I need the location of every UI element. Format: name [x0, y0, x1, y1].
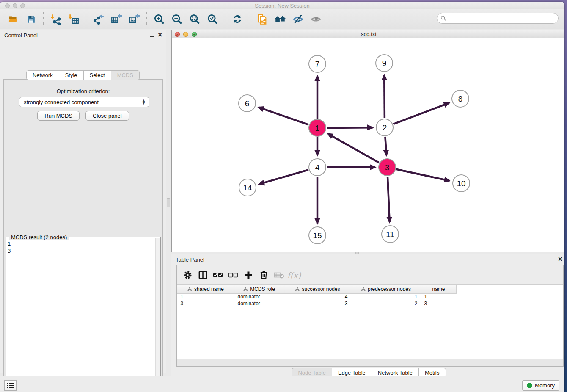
- graph-node-8[interactable]: 8: [452, 90, 469, 107]
- graph-node-1[interactable]: 1: [309, 119, 326, 136]
- tab-style[interactable]: Style: [59, 70, 84, 80]
- table-cell[interactable]: dominator: [234, 293, 284, 300]
- network-canvas[interactable]: 1234678910111415: [172, 39, 564, 252]
- graph-edge-3-10[interactable]: [396, 169, 450, 181]
- import-table-icon[interactable]: [66, 12, 81, 26]
- select-all-icon[interactable]: [212, 269, 224, 282]
- graph-node-6[interactable]: 6: [239, 95, 256, 112]
- table-cell[interactable]: 3: [421, 300, 457, 307]
- graph-edge-1-2[interactable]: [327, 127, 373, 128]
- run-mcds-button[interactable]: Run MCDS: [37, 111, 80, 121]
- close-panel-icon[interactable]: ✕: [157, 33, 162, 37]
- sort-tree-icon: [295, 287, 300, 292]
- table-row[interactable]: 3dominator323: [177, 300, 457, 307]
- tab-mcds[interactable]: MCDS: [111, 70, 140, 80]
- network-view-window: × – + scc.txt 1234678910111415: [171, 30, 564, 252]
- graph-edge-4-14[interactable]: [259, 170, 308, 184]
- close-table-panel-icon[interactable]: ✕: [558, 257, 563, 261]
- graph-node-3[interactable]: 3: [379, 159, 396, 176]
- home-icon[interactable]: [273, 12, 287, 26]
- table-row[interactable]: 1dominator411: [177, 293, 457, 300]
- table-settings-gear-icon[interactable]: [181, 269, 194, 282]
- close-panel-button[interactable]: Close panel: [85, 111, 129, 121]
- table-cell[interactable]: dominator: [234, 300, 284, 307]
- svg-text:9: 9: [382, 59, 387, 68]
- zoom-fit-icon[interactable]: [187, 12, 202, 26]
- splitter-handle[interactable]: [167, 198, 170, 207]
- refresh-icon[interactable]: [230, 12, 245, 26]
- open-session-icon[interactable]: [6, 12, 20, 26]
- graph-edge-2-8[interactable]: [394, 103, 449, 124]
- clone-network-icon[interactable]: [255, 12, 270, 26]
- zoom-in-icon[interactable]: [152, 12, 166, 26]
- graph-edge-3-11[interactable]: [388, 177, 390, 222]
- import-network-icon[interactable]: [49, 12, 63, 26]
- memory-status-icon: [527, 383, 532, 388]
- table-cell[interactable]: 1: [177, 293, 234, 300]
- graph-node-14[interactable]: 14: [239, 179, 256, 196]
- svg-text:15: 15: [313, 231, 322, 240]
- graph-node-2[interactable]: 2: [376, 119, 393, 136]
- export-network-icon[interactable]: [91, 12, 106, 26]
- graph-node-7[interactable]: 7: [309, 55, 326, 72]
- column-header-name[interactable]: name: [421, 285, 457, 293]
- optimization-criterion-label: Optimization criterion:: [4, 88, 162, 94]
- column-header-successor-nodes[interactable]: successor nodes: [284, 285, 351, 293]
- graph-node-9[interactable]: 9: [376, 55, 393, 72]
- node-table: shared nameMCDS rolesuccessor nodesprede…: [177, 285, 563, 307]
- tab-network[interactable]: Network: [26, 70, 59, 80]
- control-panel: Control Panel ✕ NetworkStyleSelectMCDS O…: [0, 30, 166, 373]
- search-input[interactable]: [446, 14, 558, 22]
- export-image-icon[interactable]: [127, 12, 141, 26]
- result-scrollbar[interactable]: [155, 238, 160, 388]
- hide-panel-eye-slash-icon[interactable]: [291, 12, 305, 26]
- svg-text:6: 6: [245, 99, 250, 108]
- svg-text:7: 7: [315, 60, 320, 69]
- graph-node-11[interactable]: 11: [382, 226, 399, 243]
- network-window-title: scc.txt: [172, 31, 564, 37]
- graph-edge-1-6[interactable]: [258, 107, 308, 125]
- table-cell[interactable]: 1: [421, 293, 457, 300]
- table-cell[interactable]: 1: [351, 293, 421, 300]
- mcds-panel: Optimization criterion: strongly connect…: [3, 79, 163, 392]
- column-header-predecessor-nodes[interactable]: predecessor nodes: [351, 285, 421, 293]
- task-list-button[interactable]: [4, 380, 17, 391]
- table-hscrollbar[interactable]: [177, 359, 563, 366]
- optimization-criterion-select[interactable]: strongly connected component ▲▼: [19, 97, 149, 107]
- delete-table-icon[interactable]: [272, 269, 285, 282]
- deselect-all-icon[interactable]: [227, 269, 239, 282]
- table-cell[interactable]: 3: [177, 300, 234, 307]
- vertical-splitter[interactable]: [166, 30, 171, 373]
- app-window: Session: New Session: [0, 2, 564, 392]
- zoom-selected-icon[interactable]: [205, 12, 220, 26]
- window-title: Session: New Session: [0, 3, 564, 9]
- column-header-shared-name[interactable]: shared name: [177, 285, 234, 293]
- float-table-panel-icon[interactable]: [550, 257, 554, 261]
- mcds-result-text[interactable]: 1 3: [8, 240, 11, 254]
- table-cell[interactable]: 4: [284, 293, 351, 300]
- graph-edge-2-3[interactable]: [385, 137, 386, 155]
- graph-node-10[interactable]: 10: [453, 175, 470, 192]
- zoom-out-icon[interactable]: [170, 12, 184, 26]
- show-panel-eye-icon[interactable]: [308, 12, 323, 26]
- tab-select[interactable]: Select: [84, 70, 111, 80]
- graph-node-4[interactable]: 4: [309, 159, 326, 176]
- table-cell[interactable]: 3: [284, 300, 351, 307]
- graph-edge-3-1[interactable]: [328, 134, 379, 163]
- column-view-icon[interactable]: [196, 269, 209, 282]
- table-cell[interactable]: 2: [351, 300, 421, 307]
- export-table-icon[interactable]: [109, 12, 124, 26]
- function-builder-icon[interactable]: f(x): [288, 269, 300, 282]
- add-column-plus-icon[interactable]: [242, 269, 255, 282]
- column-header-mcds-role[interactable]: MCDS role: [234, 285, 284, 293]
- memory-button[interactable]: Memory: [522, 380, 559, 391]
- toolbar-separator: [250, 12, 250, 26]
- table-toolbar: f(x): [177, 265, 563, 285]
- mcds-result-group: MCDS result (2 nodes) 1 3: [6, 237, 161, 392]
- float-panel-icon[interactable]: [150, 33, 154, 37]
- delete-column-trash-icon[interactable]: [257, 269, 270, 282]
- svg-text:3: 3: [385, 163, 390, 172]
- graph-node-15[interactable]: 15: [309, 227, 326, 244]
- graph-edge-2-9[interactable]: [384, 75, 385, 118]
- save-session-icon[interactable]: [24, 12, 38, 26]
